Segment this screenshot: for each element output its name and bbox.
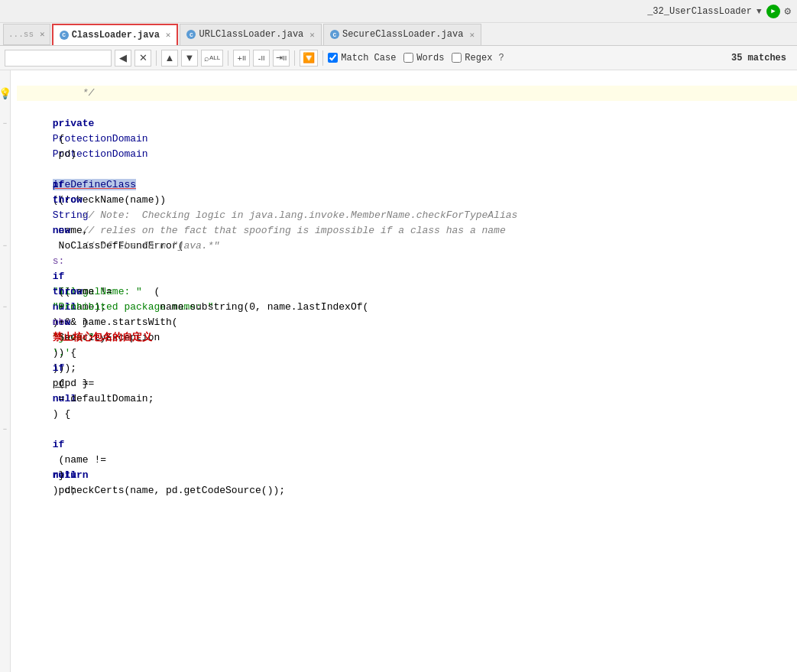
tab-classloader[interactable]: C ClassLoader.java ✕ <box>52 24 179 45</box>
close-search-button[interactable]: ✕ <box>134 50 151 67</box>
match-case-group[interactable]: Match Case <box>328 53 396 63</box>
regex-checkbox[interactable] <box>452 53 462 63</box>
code-token: } <box>53 378 89 389</box>
code-token <box>53 454 83 466</box>
tab-urlclassloader[interactable]: C URLClassLoader.java ✕ <box>180 24 321 45</box>
code-token: ProtectionDomain <box>53 133 148 144</box>
code-line: ( "Prohibited package name: " + 禁止核心包名的自… <box>17 269 797 284</box>
code-token: ) checkCerts(name, pd.getCodeSource()); <box>53 485 285 496</box>
classloader-icon: C <box>60 31 69 40</box>
code-line: pd = defaultDomain; <box>17 346 797 361</box>
code-line: private ProtectionDomain preDefineClass … <box>17 86 797 101</box>
code-line: */ <box>17 70 797 86</box>
tab-classloader-label: ClassLoader.java <box>72 30 160 41</box>
tab-prev-close[interactable]: ✕ <box>40 29 45 39</box>
find-all-button[interactable]: ⌕ALL <box>201 50 223 67</box>
words-group[interactable]: Words <box>403 53 444 63</box>
code-token: throw <box>53 194 83 206</box>
tab-classloader-close[interactable]: ✕ <box>166 30 171 40</box>
match-count: 35 matches <box>731 53 786 63</box>
fc13 <box>0 315 10 330</box>
words-label: Words <box>416 53 444 63</box>
code-line <box>17 376 797 391</box>
urlclassloader-icon: C <box>186 30 196 39</box>
tab-secureclassloader-label: SecureClassLoader.java <box>342 29 463 40</box>
code-line: if (name != null ) checkCerts(name, pd.g… <box>17 407 797 422</box>
code-line: return pd; <box>17 437 797 453</box>
code-token <box>53 271 106 282</box>
code-token: { <box>53 133 65 144</box>
tab-urlclassloader-close[interactable]: ✕ <box>309 30 315 40</box>
code-token: // Note: Checking logic in java.lang.inv… <box>53 209 518 221</box>
code-line: } <box>17 453 797 468</box>
code-token <box>53 164 83 175</box>
code-token <box>53 347 83 359</box>
fc12 <box>0 284 10 300</box>
branch-bar: _32_UserClassLoader ▼ ⚙ <box>0 0 797 23</box>
exclude-button[interactable]: ⇥II <box>273 50 290 67</box>
fc8 <box>0 208 10 223</box>
fold-open[interactable]: − <box>0 116 10 131</box>
tab-prev[interactable]: ...ss ✕ <box>3 24 50 45</box>
code-token: ( <box>53 286 160 297</box>
fc5 <box>0 162 10 177</box>
code-token: ) { <box>53 408 70 420</box>
code-token: = defaultDomain; <box>53 393 154 404</box>
code-token <box>53 179 106 190</box>
fc19 <box>0 407 10 422</box>
tab-prev-label: ...ss <box>8 30 34 39</box>
code-editor[interactable]: */ private ProtectionDomain preDefineCla… <box>11 70 797 672</box>
annotation-gutter: 💡 − − − − <box>0 70 11 672</box>
next-occurrence-button[interactable]: ▼ <box>181 50 198 67</box>
add-occurrence-button[interactable]: +II <box>233 50 250 67</box>
bulb-icon[interactable]: 💡 <box>0 87 11 100</box>
fold-open2[interactable]: − <box>0 239 10 254</box>
fc17 <box>0 376 10 391</box>
tab-secureclassloader-close[interactable]: ✕ <box>469 30 475 40</box>
fold-open4[interactable]: − <box>0 422 10 437</box>
code-annotation: 禁止核心包名的自定义 <box>53 332 152 343</box>
code-token <box>53 362 106 374</box>
fc4 <box>0 147 10 162</box>
run-button[interactable] <box>766 5 780 18</box>
code-token: pd) <box>53 148 76 160</box>
code-token: pd; <box>53 485 76 496</box>
code-token <box>53 424 83 435</box>
code-token: } <box>53 317 89 328</box>
fc18 <box>0 391 10 407</box>
bulb-cell[interactable]: 💡 <box>0 86 10 101</box>
code-token: // relies on the fact that spoofing is i… <box>53 225 506 236</box>
sep1 <box>156 50 157 66</box>
tab-bar: ...ss ✕ C ClassLoader.java ✕ C URLClassL… <box>0 23 797 46</box>
secureclassloader-icon: C <box>330 30 339 39</box>
fc7 <box>0 193 10 208</box>
code-line: ProtectionDomain pd) <box>17 101 797 116</box>
code-token: */ <box>53 87 95 99</box>
filter-button[interactable]: 🔽 <box>300 50 318 67</box>
fc11 <box>0 269 10 284</box>
tab-secureclassloader[interactable]: C SecureClassLoader.java ✕ <box>323 24 481 45</box>
branch-label: _32_UserClassLoader <box>647 6 752 17</box>
words-checkbox[interactable] <box>403 53 413 63</box>
prev-occurrence-button[interactable]: ▲ <box>161 50 178 67</box>
help-button[interactable]: ? <box>498 53 504 63</box>
code-line: throw new NoClassDefFoundError( s: "Ille… <box>17 162 797 177</box>
code-token: } <box>53 469 65 481</box>
remove-occurrence-button[interactable]: -II <box>253 50 270 67</box>
code-token: if <box>53 439 65 450</box>
match-case-checkbox[interactable] <box>328 53 338 63</box>
search-input[interactable] <box>5 50 112 67</box>
fc3 <box>0 131 10 147</box>
dropdown-icon[interactable]: ▼ <box>757 7 762 16</box>
code-token: name.substring(0, name.lastIndexOf( <box>53 301 374 313</box>
toolbar: ◀ ✕ ▲ ▼ ⌕ALL +II -II ⇥II 🔽 Match Case Wo… <box>0 46 797 70</box>
fc16 <box>0 361 10 376</box>
settings-button[interactable]: ⚙ <box>785 5 791 18</box>
fold-open3[interactable]: − <box>0 300 10 315</box>
fc15 <box>0 346 10 361</box>
regex-group[interactable]: Regex <box>452 53 492 63</box>
code-token <box>53 118 297 129</box>
tab-urlclassloader-label: URLClassLoader.java <box>199 29 303 40</box>
editor-container: 💡 − − − − */ private <box>0 70 797 672</box>
prev-match-button[interactable]: ◀ <box>115 50 131 67</box>
